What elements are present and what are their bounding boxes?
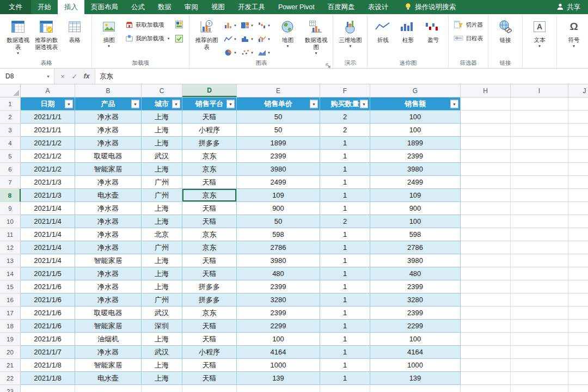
cell-I9[interactable] <box>511 202 568 215</box>
cell-F20[interactable]: 1 <box>320 346 370 359</box>
cell-G9[interactable]: 900 <box>370 202 461 215</box>
insert-area-chart-button[interactable]: ▼ <box>255 46 272 59</box>
cell-A16[interactable]: 2021/1/6 <box>21 293 75 307</box>
insert-pie-chart-button[interactable]: ▼ <box>222 46 238 59</box>
row-header-10[interactable]: 10 <box>0 215 21 228</box>
cell-D20[interactable]: 小程序 <box>182 346 237 359</box>
cell-B20[interactable]: 净水器 <box>75 346 142 359</box>
row-header-21[interactable]: 21 <box>0 359 21 372</box>
filter-button-C[interactable]: ▼ <box>172 100 180 108</box>
row-header-2[interactable]: 2 <box>0 111 21 124</box>
cell-D3[interactable]: 小程序 <box>182 124 237 137</box>
cell-E14[interactable]: 480 <box>237 267 320 280</box>
cell-F13[interactable]: 1 <box>320 254 370 267</box>
cell-A21[interactable]: 2021/1/8 <box>21 359 75 372</box>
cell-D1[interactable]: 销售平台▼ <box>182 97 237 111</box>
cell-J19[interactable] <box>568 333 588 346</box>
cell-I10[interactable] <box>511 215 568 228</box>
cell-B17[interactable]: 取暖电器 <box>75 307 142 320</box>
cell-I17[interactable] <box>511 307 568 320</box>
cell-J6[interactable] <box>568 163 588 176</box>
cell-D7[interactable]: 天猫 <box>182 176 237 189</box>
cell-C15[interactable]: 上海 <box>142 280 182 293</box>
cell-C4[interactable]: 上海 <box>142 137 182 150</box>
cell-G2[interactable]: 100 <box>370 111 461 124</box>
cell-H15[interactable] <box>461 280 511 293</box>
cell-B4[interactable]: 净水器 <box>75 137 142 150</box>
winloss-sparkline-button[interactable]: 盈亏 <box>420 16 445 54</box>
tab-home[interactable]: 开始 <box>31 0 58 14</box>
cell-D4[interactable]: 拼多多 <box>182 137 237 150</box>
illustrations-button[interactable]: 插图 ▼ <box>95 16 123 60</box>
row-header-7[interactable]: 7 <box>0 176 21 189</box>
cell-C11[interactable]: 北京 <box>142 228 182 241</box>
filter-button-D[interactable]: ▼ <box>226 100 235 108</box>
cell-J14[interactable] <box>568 267 588 280</box>
cell-C7[interactable]: 广州 <box>142 176 182 189</box>
cell-A20[interactable]: 2021/1/7 <box>21 346 75 359</box>
cell-G16[interactable]: 3280 <box>370 293 461 307</box>
cell-E15[interactable]: 2399 <box>237 280 320 293</box>
cell-J16[interactable] <box>568 293 588 307</box>
cell-G7[interactable]: 2499 <box>370 176 461 189</box>
cell-I3[interactable] <box>511 124 568 137</box>
cell-B9[interactable]: 净水器 <box>75 202 142 215</box>
tab-insert[interactable]: 插入 <box>58 0 84 14</box>
cell-I19[interactable] <box>511 333 568 346</box>
link-button[interactable]: 链接 <box>491 16 519 60</box>
cell-G22[interactable]: 139 <box>370 372 461 385</box>
cell-C14[interactable]: 上海 <box>142 267 182 280</box>
cell-F18[interactable]: 1 <box>320 320 370 333</box>
cell-A19[interactable]: 2021/1/6 <box>21 333 75 346</box>
cell-F21[interactable]: 1 <box>320 359 370 372</box>
row-header-1[interactable]: 1 <box>0 97 21 111</box>
cell-G13[interactable]: 3980 <box>370 254 461 267</box>
cell-H13[interactable] <box>461 254 511 267</box>
name-box[interactable]: D8 ▼ <box>0 69 54 84</box>
filter-button-B[interactable]: ▼ <box>131 100 139 108</box>
cell-F2[interactable]: 2 <box>320 111 370 124</box>
cell-H1[interactable] <box>461 97 511 111</box>
cell-F19[interactable]: 1 <box>320 333 370 346</box>
cell-C18[interactable]: 深圳 <box>142 320 182 333</box>
row-header-22[interactable]: 22 <box>0 372 21 385</box>
cell-H7[interactable] <box>461 176 511 189</box>
cell-A8[interactable]: 2021/1/3 <box>21 189 75 202</box>
cell-J2[interactable] <box>568 111 588 124</box>
cell-C6[interactable]: 上海 <box>142 163 182 176</box>
cell-E9[interactable]: 900 <box>237 202 320 215</box>
insert-function-button[interactable]: fx <box>81 72 93 80</box>
cell-H11[interactable] <box>461 228 511 241</box>
cell-B6[interactable]: 智能家居 <box>75 163 142 176</box>
insert-hierarchy-chart-button[interactable]: ▼ <box>238 19 255 32</box>
cell-I23[interactable] <box>511 385 568 392</box>
cell-I1[interactable] <box>511 97 568 111</box>
cell-D18[interactable]: 天猫 <box>182 320 237 333</box>
table-button[interactable]: 表格 <box>60 16 89 60</box>
recommended-pivottables-button[interactable]: 推荐的数据透视表 <box>32 16 60 60</box>
insert-waterfall-chart-button[interactable]: ▼ <box>255 19 272 32</box>
cell-G14[interactable]: 480 <box>370 267 461 280</box>
cell-I2[interactable] <box>511 111 568 124</box>
cell-D2[interactable]: 天猫 <box>182 111 237 124</box>
cell-J21[interactable] <box>568 359 588 372</box>
column-header-H[interactable]: H <box>461 84 511 97</box>
cell-C13[interactable]: 上海 <box>142 254 182 267</box>
cell-G5[interactable]: 2399 <box>370 150 461 163</box>
cell-I5[interactable] <box>511 150 568 163</box>
tab-page-layout[interactable]: 页面布局 <box>84 0 125 14</box>
cell-F3[interactable]: 2 <box>320 124 370 137</box>
maps-button[interactable]: 地图 ▼ <box>273 16 302 60</box>
tab-formulas[interactable]: 公式 <box>125 0 151 14</box>
cell-I21[interactable] <box>511 359 568 372</box>
cell-E1[interactable]: 销售单价▼ <box>237 97 320 111</box>
tab-baidu-netdisk[interactable]: 百度网盘 <box>321 0 362 14</box>
cell-F23[interactable] <box>320 385 370 392</box>
cell-H3[interactable] <box>461 124 511 137</box>
row-header-9[interactable]: 9 <box>0 202 21 215</box>
cell-C12[interactable]: 广州 <box>142 241 182 254</box>
filter-button-A[interactable]: ▼ <box>65 100 73 108</box>
cell-G23[interactable] <box>370 385 461 392</box>
column-header-A[interactable]: A <box>21 84 75 97</box>
cell-C20[interactable]: 武汉 <box>142 346 182 359</box>
